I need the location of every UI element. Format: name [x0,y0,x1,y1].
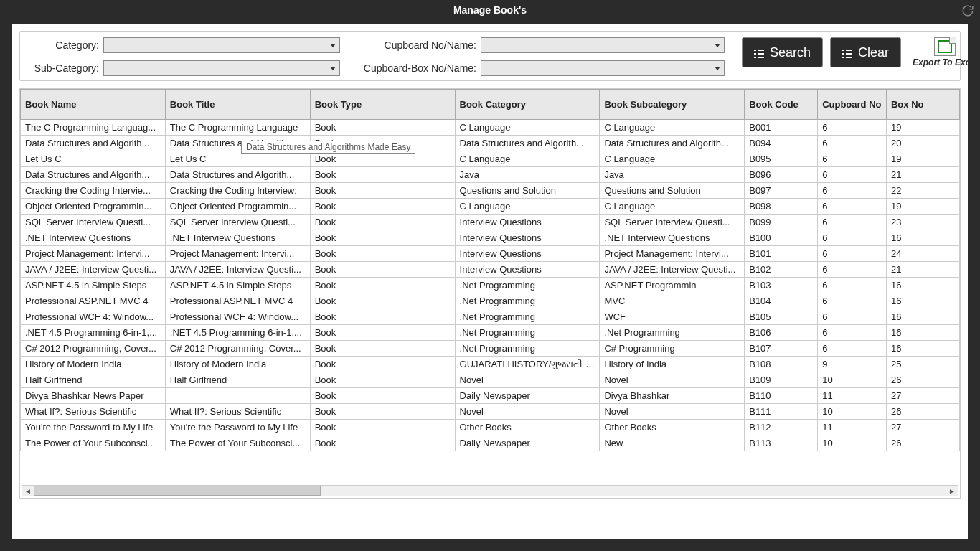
table-cell[interactable]: B103 [745,278,818,293]
table-cell[interactable]: 6 [818,120,887,136]
table-cell[interactable]: Data Structures and Algorith... [600,136,745,151]
table-cell[interactable]: Professional WCF 4: Window... [21,309,166,325]
refresh-icon[interactable] [960,3,976,19]
table-cell[interactable]: You're the Password to My Life [165,420,310,435]
column-header[interactable]: Box No [886,90,959,120]
table-row[interactable]: Divya Bhashkar News PaperBookDaily Newsp… [21,388,960,404]
table-cell[interactable]: Professional WCF 4: Window... [165,309,310,325]
table-cell[interactable]: Questions and Solution [455,183,600,199]
table-cell[interactable]: .Net Programming [600,325,745,341]
search-button[interactable]: Search [742,37,823,67]
table-cell[interactable]: 26 [886,372,959,388]
table-cell[interactable]: B106 [745,325,818,341]
table-cell[interactable]: 6 [818,151,887,167]
table-cell[interactable]: Book [310,230,455,246]
table-cell[interactable]: 21 [886,167,959,183]
table-cell[interactable]: Java [455,167,600,183]
table-cell[interactable]: .NET Interview Questions [21,230,166,246]
table-cell[interactable]: 19 [886,120,959,136]
table-cell[interactable]: Book [310,325,455,341]
table-cell[interactable]: JAVA / J2EE: Interview Questi... [21,262,166,278]
scroll-right-arrow[interactable]: ► [946,486,958,496]
table-cell[interactable]: Interview Questions [455,215,600,230]
table-cell[interactable]: Book [310,357,455,372]
table-cell[interactable]: WCF [600,309,745,325]
table-cell[interactable]: 6 [818,167,887,183]
table-cell[interactable]: 11 [818,420,887,435]
table-cell[interactable]: 16 [886,230,959,246]
table-cell[interactable]: B109 [745,372,818,388]
table-cell[interactable]: B113 [745,435,818,451]
table-cell[interactable]: ASP.NET Programmin [600,278,745,293]
table-cell[interactable]: 6 [818,136,887,151]
table-cell[interactable]: Project Management: Intervi... [21,246,166,262]
table-cell[interactable]: C Language [600,151,745,167]
table-row[interactable]: C# 2012 Programming, Cover...C# 2012 Pro… [21,341,960,357]
column-header[interactable]: Book Code [745,90,818,120]
horizontal-scrollbar[interactable]: ◄ ► [22,485,958,496]
table-cell[interactable]: Novel [455,372,600,388]
column-header[interactable]: Book Title [165,90,310,120]
table-cell[interactable]: 10 [818,404,887,420]
cupboard-dropdown[interactable] [481,37,725,53]
table-cell[interactable]: Interview Questions [455,246,600,262]
table-cell[interactable]: C Language [600,199,745,215]
table-cell[interactable]: B104 [745,293,818,309]
table-row[interactable]: Object Oriented Programmin...Object Orie… [21,199,960,215]
table-cell[interactable]: The C Programming Languag... [21,120,166,136]
table-cell[interactable]: 21 [886,262,959,278]
table-cell[interactable]: Java [600,167,745,183]
table-cell[interactable]: 10 [818,435,887,451]
table-row[interactable]: Project Management: Intervi...Project Ma… [21,246,960,262]
table-cell[interactable]: B095 [745,151,818,167]
table-row[interactable]: Data Structures and Algorith...Data Stru… [21,136,960,151]
table-cell[interactable]: Half Girlfriend [165,372,310,388]
box-dropdown[interactable] [481,60,725,76]
table-row[interactable]: Let Us CLet Us CBookC LanguageC Language… [21,151,960,167]
table-cell[interactable]: 6 [818,199,887,215]
table-cell[interactable]: You're the Password to My Life [21,420,166,435]
table-cell[interactable]: 23 [886,215,959,230]
table-cell[interactable]: B099 [745,215,818,230]
table-row[interactable]: ASP.NET 4.5 in Simple StepsASP.NET 4.5 i… [21,278,960,293]
table-cell[interactable]: Other Books [600,420,745,435]
table-cell[interactable]: B110 [745,388,818,404]
table-cell[interactable]: B096 [745,167,818,183]
table-row[interactable]: .NET 4.5 Programming 6-in-1,....NET 4.5 … [21,325,960,341]
scroll-track[interactable] [34,486,946,496]
table-cell[interactable]: Book [310,309,455,325]
table-cell[interactable]: .NET Interview Questions [600,230,745,246]
table-cell[interactable]: .Net Programming [455,325,600,341]
table-cell[interactable]: B107 [745,341,818,357]
table-cell[interactable]: Professional ASP.NET MVC 4 [165,293,310,309]
table-cell[interactable]: 19 [886,199,959,215]
table-cell[interactable]: 6 [818,278,887,293]
table-cell[interactable]: Data Structures and Algorith... [165,167,310,183]
table-cell[interactable]: 16 [886,293,959,309]
table-cell[interactable]: B001 [745,120,818,136]
subcategory-dropdown[interactable] [103,60,340,76]
table-row[interactable]: SQL Server Interview Questi...SQL Server… [21,215,960,230]
table-cell[interactable]: 25 [886,357,959,372]
table-cell[interactable]: 6 [818,341,887,357]
table-cell[interactable]: Project Management: Intervi... [600,246,745,262]
table-row[interactable]: History of Modern IndiaHistory of Modern… [21,357,960,372]
column-header[interactable]: Book Type [310,90,455,120]
table-cell[interactable]: History of India [600,357,745,372]
table-row[interactable]: What If?: Serious ScientificWhat If?: Se… [21,404,960,420]
table-cell[interactable]: JAVA / J2EE: Interview Questi... [165,262,310,278]
table-cell[interactable]: 27 [886,388,959,404]
table-cell[interactable]: Book [310,215,455,230]
table-cell[interactable]: 16 [886,341,959,357]
table-cell[interactable]: GUJARATI HISTORY/ગુજરાતી હિસ્ટ્રી [455,357,600,372]
table-cell[interactable]: C Language [455,120,600,136]
table-cell[interactable]: .Net Programming [455,293,600,309]
table-cell[interactable]: Book [310,167,455,183]
table-cell[interactable]: Professional ASP.NET MVC 4 [21,293,166,309]
table-cell[interactable]: Half Girlfriend [21,372,166,388]
table-cell[interactable]: 26 [886,435,959,451]
table-cell[interactable]: Book [310,278,455,293]
table-cell[interactable]: What If?: Serious Scientific [165,404,310,420]
table-cell[interactable]: B098 [745,199,818,215]
table-cell[interactable]: JAVA / J2EE: Interview Questi... [600,262,745,278]
